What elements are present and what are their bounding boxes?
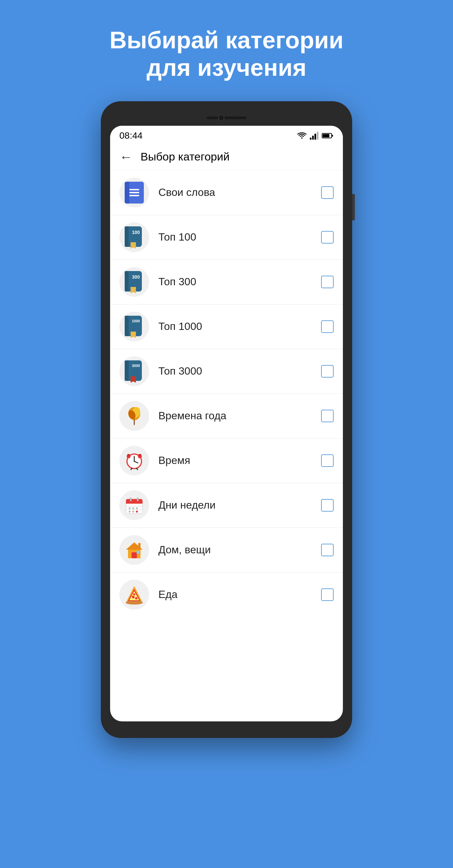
category-icon-home bbox=[119, 535, 149, 565]
status-icons bbox=[297, 132, 334, 140]
house-icon bbox=[124, 540, 144, 560]
svg-rect-0 bbox=[310, 138, 312, 140]
category-checkbox-top1000[interactable] bbox=[321, 320, 334, 333]
svg-point-28 bbox=[129, 507, 131, 509]
svg-point-40 bbox=[126, 600, 143, 604]
battery-icon bbox=[322, 132, 334, 139]
category-label-top300: Топ 300 bbox=[158, 276, 321, 288]
category-label-top100: Топ 100 bbox=[158, 231, 321, 243]
category-label-weekdays: Дни недели bbox=[158, 499, 321, 511]
list-item[interactable]: 100 Топ 100 bbox=[110, 215, 343, 260]
category-icon-time bbox=[119, 446, 149, 475]
category-checkbox-top100[interactable] bbox=[321, 231, 334, 244]
svg-rect-23 bbox=[126, 502, 142, 504]
hero-title: Выбирай категории для изучения bbox=[90, 27, 363, 82]
category-label-seasons: Времена года bbox=[158, 410, 321, 422]
wifi-icon bbox=[297, 132, 307, 140]
svg-point-45 bbox=[133, 593, 135, 595]
book-icon-top1000: 1000 bbox=[125, 316, 144, 338]
category-checkbox-seasons[interactable] bbox=[321, 410, 334, 422]
category-icon-top3000: 3000 bbox=[119, 356, 149, 386]
svg-rect-37 bbox=[136, 551, 139, 554]
category-icon-food bbox=[119, 580, 149, 610]
svg-rect-24 bbox=[130, 497, 132, 501]
list-item[interactable]: Времена года bbox=[110, 394, 343, 438]
category-checkbox-time[interactable] bbox=[321, 454, 334, 467]
side-button bbox=[352, 194, 355, 220]
list-item[interactable]: Дом, вещи bbox=[110, 528, 343, 572]
category-checkbox-food[interactable] bbox=[321, 588, 334, 601]
category-checkbox-top3000[interactable] bbox=[321, 365, 334, 378]
svg-rect-2 bbox=[315, 134, 316, 140]
back-button[interactable]: ← bbox=[119, 150, 133, 163]
category-list: Свои слова 100 Топ 100 bbox=[110, 170, 343, 617]
phone-top-bar bbox=[110, 111, 343, 124]
category-checkbox-svoislova[interactable] bbox=[321, 186, 334, 199]
list-item[interactable]: 1000 Топ 1000 bbox=[110, 305, 343, 349]
svg-point-32 bbox=[132, 510, 134, 513]
status-time: 08:44 bbox=[119, 130, 142, 141]
svg-point-43 bbox=[132, 596, 135, 598]
camera bbox=[218, 115, 225, 121]
category-icon-weekdays bbox=[119, 490, 149, 520]
book-icon-top300: 300 bbox=[125, 271, 144, 293]
category-icon-top1000: 1000 bbox=[119, 312, 149, 342]
category-checkbox-weekdays[interactable] bbox=[321, 499, 334, 512]
svg-rect-6 bbox=[332, 135, 333, 137]
calendar-icon bbox=[124, 495, 144, 516]
category-label-food: Еда bbox=[158, 588, 321, 600]
category-label-top1000: Топ 1000 bbox=[158, 320, 321, 333]
phone-frame: 08:44 bbox=[101, 101, 352, 738]
phone-screen: 08:44 bbox=[110, 126, 343, 721]
category-label-top3000: Топ 3000 bbox=[158, 365, 321, 377]
list-item[interactable]: 300 Топ 300 bbox=[110, 260, 343, 305]
svg-rect-18 bbox=[138, 454, 141, 456]
list-item[interactable]: Дни недели bbox=[110, 483, 343, 528]
svg-rect-36 bbox=[132, 552, 137, 558]
svg-rect-17 bbox=[127, 454, 130, 456]
svg-point-30 bbox=[136, 507, 138, 509]
app-bar: ← Выбор категорий bbox=[110, 144, 343, 170]
book-icon-top100: 100 bbox=[125, 226, 144, 248]
list-item[interactable]: Свои слова bbox=[110, 170, 343, 215]
list-item[interactable]: Время bbox=[110, 438, 343, 483]
svg-point-44 bbox=[135, 597, 137, 599]
svg-point-33 bbox=[136, 510, 138, 513]
category-icon-top300: 300 bbox=[119, 267, 149, 297]
status-bar: 08:44 bbox=[110, 126, 343, 144]
svg-rect-25 bbox=[137, 497, 138, 501]
clock-icon bbox=[124, 451, 144, 471]
svg-rect-1 bbox=[312, 136, 314, 140]
speaker bbox=[207, 117, 246, 119]
category-label-home: Дом, вещи bbox=[158, 544, 321, 556]
notes-icon bbox=[125, 182, 144, 204]
svg-point-29 bbox=[132, 507, 134, 509]
svg-rect-3 bbox=[317, 132, 318, 140]
category-label-time: Время bbox=[158, 454, 321, 467]
category-checkbox-top300[interactable] bbox=[321, 276, 334, 288]
category-icon-top100: 100 bbox=[119, 222, 149, 252]
svg-point-31 bbox=[129, 510, 131, 513]
category-icon-svoislova bbox=[119, 178, 149, 208]
svg-rect-5 bbox=[323, 134, 329, 137]
signal-icon bbox=[310, 132, 319, 140]
pizza-icon bbox=[124, 584, 144, 605]
book-icon-top3000: 3000 bbox=[125, 360, 144, 382]
category-label-svoislova: Свои слова bbox=[158, 186, 321, 198]
app-bar-title: Выбор категорий bbox=[140, 150, 229, 163]
list-item[interactable]: Еда bbox=[110, 572, 343, 617]
category-checkbox-home[interactable] bbox=[321, 544, 334, 556]
svg-rect-38 bbox=[138, 543, 140, 548]
category-icon-seasons bbox=[119, 401, 149, 431]
list-item[interactable]: 3000 Топ 3000 bbox=[110, 349, 343, 394]
leaf-icon bbox=[125, 406, 144, 426]
